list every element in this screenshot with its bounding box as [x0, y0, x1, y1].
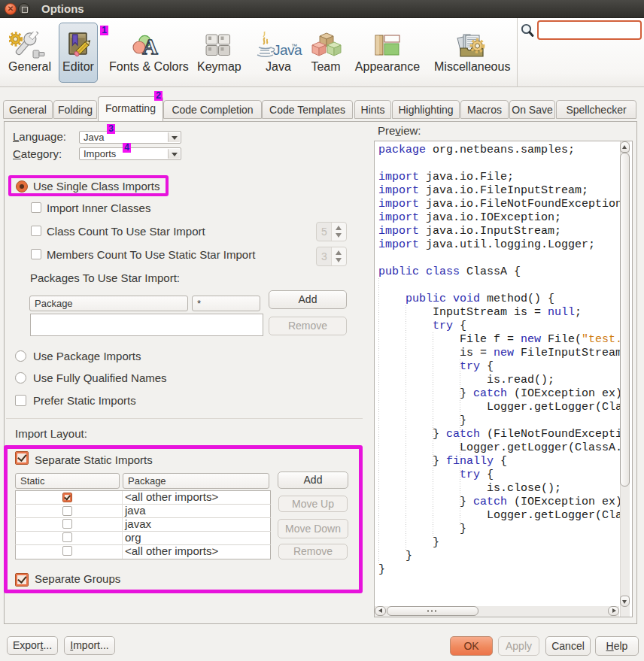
svg-text:A: A — [142, 35, 158, 58]
svg-text:Java: Java — [273, 42, 302, 58]
svg-text:™: ™ — [291, 43, 297, 50]
